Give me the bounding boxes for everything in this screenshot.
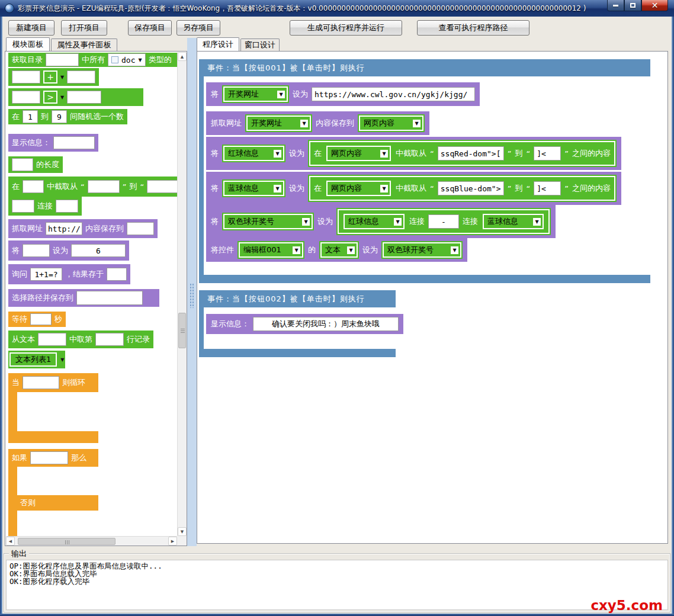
block-if-else[interactable]: 如果 那么 否则	[8, 449, 98, 536]
substring-expression[interactable]: 在 网页内容 中截取从 “ ” 到 “ ” 之间的内容	[309, 176, 615, 201]
variable-dropdown[interactable]: 网页内容	[358, 114, 425, 132]
condition-input[interactable]	[30, 451, 68, 464]
tab-module-panel[interactable]: 模块面板	[6, 37, 50, 51]
maximize-button[interactable]	[624, 0, 641, 11]
variable-dropdown[interactable]: 网页内容	[325, 145, 392, 162]
text-input[interactable]	[67, 70, 95, 84]
while-loop-header[interactable]: 当 则循环	[8, 373, 98, 392]
end-marker-input[interactable]	[534, 146, 561, 161]
text-input[interactable]	[12, 200, 34, 213]
horizontal-scrollbar[interactable]: ◀ ▶	[6, 536, 177, 546]
row-fetch-url[interactable]: 抓取网址 开奖网址 内容保存到 网页内容	[206, 111, 429, 135]
event-2-header[interactable]: 事件：当【按钮002】被【单击时】则执行	[199, 290, 396, 307]
text-input[interactable]	[52, 110, 67, 123]
panel-splitter[interactable]	[187, 38, 197, 546]
block-length-of[interactable]: 的长度	[8, 156, 63, 173]
text-input[interactable]	[95, 333, 124, 346]
block-show-message[interactable]: 显示信息：	[8, 134, 98, 152]
vertical-scrollbar[interactable]: ▲ ▼	[177, 52, 187, 536]
scroll-up-icon[interactable]: ▲	[178, 52, 187, 61]
file-type-combo[interactable]: doc	[108, 53, 146, 66]
message-input[interactable]	[253, 317, 399, 331]
variable-dropdown[interactable]: 网页内容	[325, 179, 392, 197]
scroll-down-icon[interactable]: ▼	[178, 527, 187, 536]
text-input[interactable]	[107, 268, 127, 281]
variable-dropdown[interactable]: 红球信息	[342, 213, 406, 230]
build-and-run-button[interactable]: 生成可执行程序并运行	[290, 20, 402, 36]
if-header[interactable]: 如果 那么	[8, 449, 98, 467]
operator-dropdown[interactable]: >	[43, 91, 57, 104]
block-ask-question[interactable]: 询问 ，结果存于	[8, 264, 130, 284]
text-input[interactable]	[23, 244, 50, 257]
text-input[interactable]	[56, 200, 78, 213]
minimize-button[interactable]	[607, 0, 624, 11]
variable-dropdown[interactable]: 蓝球信息	[222, 179, 285, 197]
block-wait-seconds[interactable]: 等待 秒	[8, 312, 66, 327]
text-input[interactable]	[88, 180, 120, 193]
variable-dropdown[interactable]: 红球信息	[222, 145, 285, 162]
condition-input[interactable]	[23, 376, 59, 389]
substring-expression[interactable]: 在 网页内容 中截取从 “ ” 到 “ ” 之间的内容	[309, 141, 615, 166]
tab-program-design[interactable]: 程序设计	[197, 37, 239, 51]
text-input[interactable]	[46, 53, 79, 66]
start-marker-input[interactable]	[438, 146, 504, 161]
vertical-scroll-thumb[interactable]	[178, 313, 186, 348]
variable-dropdown[interactable]: 开奖网址	[245, 114, 312, 132]
path-input[interactable]	[76, 291, 143, 305]
scroll-left-icon[interactable]: ◀	[6, 537, 15, 546]
block-text-list-dropdown[interactable]: 文本列表1	[8, 351, 65, 368]
text-input[interactable]	[23, 110, 38, 123]
row-join-numbers[interactable]: 将 双色球开奖号 设为 红球信息 连接 连接 蓝球信息	[206, 205, 556, 238]
property-dropdown[interactable]: 文本	[319, 241, 359, 259]
horizontal-scroll-thumb[interactable]	[18, 538, 115, 545]
variable-dropdown[interactable]: 蓝球信息	[482, 213, 545, 230]
text-input[interactable]	[147, 180, 177, 193]
save-as-project-button[interactable]: 另存项目	[176, 20, 220, 36]
tab-props-events-panel[interactable]: 属性及事件面板	[51, 38, 117, 51]
scroll-right-icon[interactable]: ▶	[168, 537, 177, 546]
text-input[interactable]	[127, 222, 154, 235]
concat-expression[interactable]: 红球信息 连接 连接 蓝球信息	[338, 209, 550, 234]
text-input[interactable]	[67, 91, 101, 104]
text-input[interactable]	[38, 333, 66, 346]
save-project-button[interactable]: 保存项目	[128, 20, 172, 36]
block-substring[interactable]: 在 中截取从 “ ” 到 “ ”	[8, 177, 177, 197]
end-marker-input[interactable]	[534, 181, 561, 195]
open-project-button[interactable]: 打开项目	[61, 20, 107, 36]
text-input[interactable]	[12, 158, 33, 171]
variable-dropdown[interactable]: 双色球开奖号	[222, 213, 314, 230]
url-value-input[interactable]	[312, 87, 475, 101]
row-show-message[interactable]: 显示信息：	[206, 314, 403, 334]
separator-input[interactable]	[428, 214, 459, 229]
text-input[interactable]	[71, 244, 126, 257]
block-get-directory[interactable]: 获取目录 中所有 doc 类型的	[8, 53, 177, 67]
block-concat[interactable]: 连接	[8, 197, 82, 216]
row-set-blue-balls[interactable]: 将 蓝球信息 设为 在 网页内容 中截取从 “ ” 到 “ ” 之间的内容	[206, 172, 621, 205]
operator-dropdown[interactable]: +	[43, 70, 57, 84]
block-fetch-url[interactable]: 抓取网址 内容保存到	[8, 219, 158, 238]
start-marker-input[interactable]	[438, 181, 504, 195]
block-set-variable[interactable]: 将 设为	[8, 240, 129, 261]
row-set-url[interactable]: 将 开奖网址 设为	[206, 82, 480, 106]
checkbox-icon[interactable]	[111, 56, 118, 63]
variable-dropdown[interactable]: 双色球开奖号	[381, 241, 463, 259]
row-set-red-balls[interactable]: 将 红球信息 设为 在 网页内容 中截取从 “ ” 到 “ ” 之间的内容	[206, 137, 621, 170]
variable-dropdown[interactable]: 开奖网址	[222, 85, 289, 103]
event-1-header[interactable]: 事件：当【按钮001】被【单击时】则执行	[199, 59, 650, 76]
new-project-button[interactable]: 新建项目	[8, 20, 54, 36]
text-input[interactable]	[12, 70, 40, 84]
url-input[interactable]	[46, 222, 82, 235]
view-exe-path-button[interactable]: 查看可执行程序路径	[417, 20, 529, 36]
block-while-loop[interactable]: 当 则循环	[8, 373, 98, 443]
text-input[interactable]	[23, 180, 44, 193]
text-input[interactable]	[53, 136, 95, 149]
text-input[interactable]	[12, 91, 40, 104]
text-input[interactable]	[30, 313, 52, 325]
block-get-line[interactable]: 从文本 中取第 行记录	[8, 331, 153, 348]
tab-window-design[interactable]: 窗口设计	[240, 38, 280, 51]
control-dropdown[interactable]: 编辑框001	[237, 241, 304, 259]
block-choose-path[interactable]: 选择路径并保存到	[8, 289, 159, 307]
block-plus-operator[interactable]: +	[8, 68, 99, 86]
text-input[interactable]	[30, 268, 62, 281]
row-set-control-text[interactable]: 将控件 编辑框001 的 文本 设为 双色球开奖号	[206, 238, 467, 262]
